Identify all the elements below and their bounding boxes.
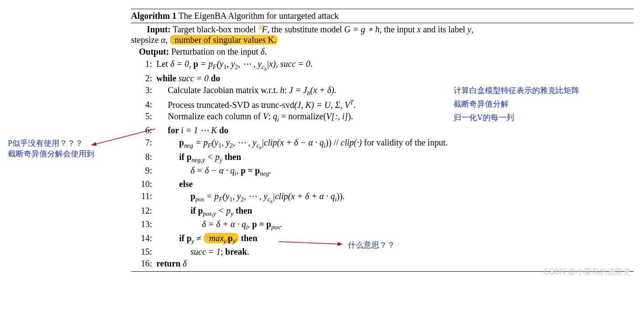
input-F: F xyxy=(262,24,267,34)
algo-line-3: 3: Calculate Jacobian matrix w.r.t. h: J… xyxy=(131,84,634,98)
lineno: 3: xyxy=(131,85,156,95)
input-G: G = g ∘ h xyxy=(344,24,380,34)
annotation-left-line1: P似乎没有使用？？？ xyxy=(8,138,94,149)
algo-line-1: 1: Let δ = 0, p = pF(y1, y2, ⋯ , ycb|x),… xyxy=(131,58,634,73)
lineno: 15: xyxy=(131,247,156,257)
lineno: 7: xyxy=(131,138,156,148)
algo-line-14: 14: if py ≠ ▤maxy′py′ then 什么意思？？ xyxy=(131,232,634,246)
svg-line-1 xyxy=(279,242,342,244)
annotation-line3: 计算白盒模型特征表示的雅克比矩阵 xyxy=(454,85,579,96)
lineno: 8: xyxy=(131,152,156,162)
highlight-max: ▤maxy′py′ xyxy=(204,233,239,243)
algo-line-11: 11: ppos = pF(y1, y2, ⋯ , ycb|clip(x + δ… xyxy=(131,190,634,205)
input-x: x xyxy=(417,24,421,34)
lineno: 14: xyxy=(131,233,156,243)
lineno: 4: xyxy=(131,100,156,110)
lineno: 2: xyxy=(131,73,156,83)
output-period: . xyxy=(265,47,267,56)
input-text-1: Target black-box model xyxy=(173,24,258,34)
lineno: 11: xyxy=(131,191,156,201)
output-delta: δ xyxy=(260,47,264,56)
input-alpha: α xyxy=(161,35,166,45)
lineno: 1: xyxy=(131,59,156,69)
algo-line-5: 5: Normalize each column of V: qi = norm… xyxy=(131,111,634,124)
input-y: y xyxy=(467,24,471,34)
lineno: 5: xyxy=(131,111,156,121)
lineno: 9: xyxy=(131,166,156,176)
algorithm-title-row: Algorithm 1 The EigenBA Algorithm for un… xyxy=(131,9,634,23)
algo-line-4: 4: Process truncated-SVD as trunc-svd(J,… xyxy=(131,98,634,111)
input-text-3: , the input xyxy=(380,24,417,34)
watermark: CSDN @小菜鸟的进阶史 xyxy=(544,266,631,277)
lineno: 6: xyxy=(131,125,156,135)
algo-line-10: 10: else xyxy=(131,178,634,190)
input-section: Input: Target black-box model ▤F, the su… xyxy=(131,23,634,46)
input-highlight-singular: ▤number of singular values K. xyxy=(170,35,277,45)
output-label: Output: xyxy=(139,47,169,56)
input-line2-2: , xyxy=(166,35,170,45)
algo-line-2: 2: while succ = 0 do xyxy=(131,73,634,84)
input-text-5: , xyxy=(471,24,474,34)
algorithm-number: Algorithm 1 xyxy=(131,11,177,21)
annotation-left: P似乎没有使用？？？ 截断奇异值分解会使用到 xyxy=(8,138,94,159)
output-text: Perturbation on the input xyxy=(169,47,260,56)
annotation-line5: 归一化V的每一列 xyxy=(454,112,514,123)
lineno: 12: xyxy=(131,206,156,216)
algo-line-6: 6: for i = 1 ⋯ K do xyxy=(131,124,634,136)
output-section: Output: Perturbation on the input δ. xyxy=(131,46,634,58)
input-text-2: , the substitute model xyxy=(267,24,344,34)
algo-line-7: 7: pneg = pF(y1, y2, ⋯ , ycb|clip(x + δ … xyxy=(131,136,634,151)
algo-line-12: 12: if ppos,y < py then xyxy=(131,205,634,218)
algorithm-title: The EigenBA Algorithm for untargeted att… xyxy=(177,11,339,21)
annotation-line4: 截断奇异值分解 xyxy=(454,99,509,109)
algo-line-15: 15: succ = 1; break. xyxy=(131,246,634,258)
annotation-left-line2: 截断奇异值分解会使用到 xyxy=(8,149,94,159)
input-label: Input: xyxy=(147,24,170,34)
input-line2-1: stepsize xyxy=(131,35,161,45)
lineno: 10: xyxy=(131,179,156,189)
lineno: 16: xyxy=(131,259,156,269)
algorithm-box: Algorithm 1 The EigenBA Algorithm for un… xyxy=(131,9,634,272)
input-text-4: and its label xyxy=(421,24,467,34)
algo-line-8: 8: if pneg,y < py then xyxy=(131,151,634,165)
lineno: 13: xyxy=(131,219,156,229)
algo-line-13: 13: δ = δ + α · qi, p = ppos. xyxy=(131,218,634,232)
algo-line-9: 9: δ = δ − α · qi, p = pneg. xyxy=(131,165,634,178)
